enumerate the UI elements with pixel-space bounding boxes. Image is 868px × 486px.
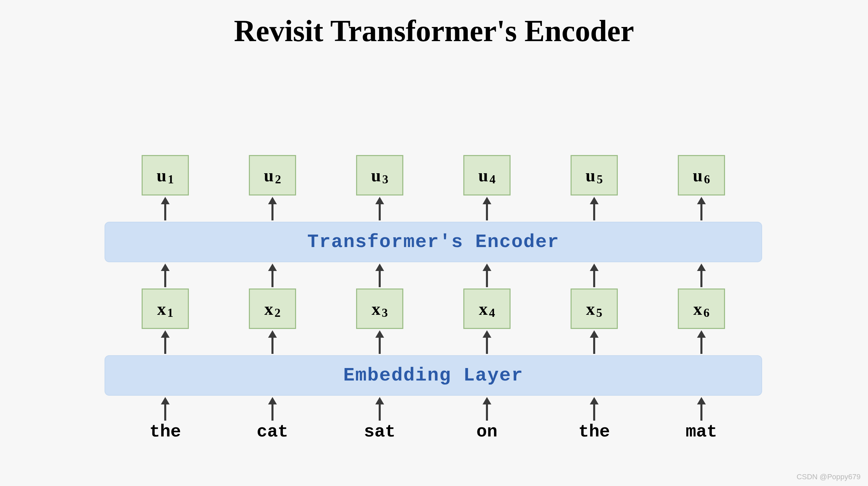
input-word: cat (249, 422, 296, 442)
encoder-diagram: u1 u2 u3 u4 u5 u6 Transformer's Encoder … (105, 155, 762, 442)
watermark: CSDN @Poppy679 (797, 473, 861, 481)
input-words-row: the cat sat on the mat (105, 422, 762, 442)
up-arrow-icon (378, 197, 381, 220)
arrows-encoder-to-output (105, 195, 762, 222)
up-arrow-icon (485, 264, 489, 287)
embedding-node: x2 (249, 288, 296, 329)
output-row: u1 u2 u3 u4 u5 u6 (105, 155, 762, 195)
up-arrow-icon (700, 197, 703, 220)
up-arrow-icon (164, 330, 167, 354)
output-node: u1 (142, 155, 189, 195)
embedding-layer-block: Embedding Layer (105, 355, 762, 396)
up-arrow-icon (271, 330, 274, 354)
up-arrow-icon (378, 397, 381, 421)
up-arrow-icon (485, 397, 489, 421)
up-arrow-icon (592, 197, 596, 220)
output-node: u6 (678, 155, 725, 195)
up-arrow-icon (271, 197, 274, 220)
up-arrow-icon (485, 197, 489, 220)
input-word: the (571, 422, 618, 442)
page-title: Revisit Transformer's Encoder (0, 0, 868, 48)
embedding-node: x4 (463, 288, 511, 329)
up-arrow-icon (378, 330, 381, 354)
up-arrow-icon (164, 264, 167, 287)
up-arrow-icon (378, 264, 381, 287)
transformer-encoder-block: Transformer's Encoder (105, 222, 762, 262)
arrows-layer-to-embed (105, 329, 762, 355)
up-arrow-icon (700, 397, 703, 421)
up-arrow-icon (164, 397, 167, 421)
embedding-row: x1 x2 x3 x4 x5 x6 (105, 288, 762, 329)
arrows-embed-to-encoder (105, 262, 762, 288)
up-arrow-icon (592, 264, 596, 287)
output-node: u4 (463, 155, 511, 195)
up-arrow-icon (164, 197, 167, 220)
embedding-node: x3 (356, 288, 403, 329)
output-node: u2 (249, 155, 296, 195)
input-word: the (142, 422, 189, 442)
up-arrow-icon (592, 397, 596, 421)
embedding-node: x5 (571, 288, 618, 329)
up-arrow-icon (700, 330, 703, 354)
input-word: sat (356, 422, 403, 442)
input-word: on (463, 422, 511, 442)
embedding-node: x6 (678, 288, 725, 329)
embedding-node: x1 (142, 288, 189, 329)
up-arrow-icon (271, 397, 274, 421)
up-arrow-icon (271, 264, 274, 287)
up-arrow-icon (485, 330, 489, 354)
up-arrow-icon (592, 330, 596, 354)
up-arrow-icon (700, 264, 703, 287)
input-word: mat (678, 422, 725, 442)
output-node: u3 (356, 155, 403, 195)
output-node: u5 (571, 155, 618, 195)
arrows-word-to-layer (105, 396, 762, 422)
